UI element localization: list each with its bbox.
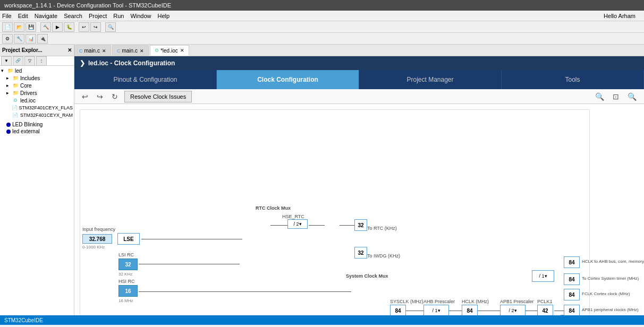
input-freq-input1[interactable]: 32.768 — [82, 234, 112, 244]
tb2-btn3[interactable]: 📊 — [26, 34, 36, 44]
to-rtc-label: To RTC (KHz) — [367, 226, 397, 231]
tab-close-1[interactable]: ✕ — [102, 48, 106, 54]
tab-led-ioc[interactable]: ⚙ *led.ioc ✕ — [150, 45, 189, 56]
debug-btn[interactable]: 🐛 — [64, 22, 74, 32]
menu-navigate[interactable]: Navigate — [35, 13, 57, 19]
to-iwdg-label: To IWDG (KHz) — [367, 253, 400, 259]
editor-area: C main.c ✕ C main.c ✕ ⚙ *led.ioc ✕ ❯ led… — [74, 45, 644, 315]
line-hclk-apb1 — [478, 311, 500, 311]
zoom-in-icon[interactable]: 🔍 — [595, 92, 604, 101]
tab-icon-c1: C — [79, 48, 83, 54]
tab-main-c-2[interactable]: C main.c ✕ — [112, 45, 149, 56]
div1-top-select[interactable]: / 1 ▾ — [532, 270, 554, 282]
nav-tab-tools[interactable]: Tools — [502, 70, 644, 89]
search-toolbar-btn[interactable]: 🔍 — [105, 22, 116, 32]
line-sysclk-ahb — [406, 311, 423, 311]
tab-close-3[interactable]: ✕ — [180, 48, 184, 53]
toolbar2: ⚙ 🔧 📊 🔌 — [0, 33, 644, 45]
tree-item-ram[interactable]: 📄 STM32F401CEYX_RAM — [1, 111, 73, 119]
refresh-icon[interactable]: ↻ — [112, 92, 118, 101]
tree-item-flash[interactable]: 📄 STM32F401CEYX_FLAS — [1, 104, 73, 111]
tree-label-led-external: led external — [12, 128, 40, 134]
redo-toolbar-btn[interactable]: ↪ — [90, 22, 101, 32]
tree-item-led-external[interactable]: led external — [1, 128, 73, 135]
hclk-val-box: 84 — [462, 305, 478, 315]
pe-menu-btn[interactable]: ⋮ — [36, 56, 47, 66]
line-mux-rtc — [340, 225, 354, 226]
line-pclk1-out — [554, 311, 564, 311]
out3-label: FCLK Cortex clock (MHz) — [582, 291, 644, 296]
tree-label-flash: STM32F401CEYX_FLAS — [19, 105, 73, 110]
tree-item-core[interactable]: ▸ 📁 Core — [1, 82, 73, 89]
tree-item-drivers[interactable]: ▸ 📁 Drivers — [1, 89, 73, 97]
iwdg-val-box: 32 — [354, 247, 367, 259]
tree-label-ram: STM32F401CEYX_RAM — [20, 113, 73, 118]
undo-toolbar-btn[interactable]: ↩ — [79, 22, 89, 32]
resolve-clock-btn[interactable]: Resolve Clock Issues — [124, 91, 192, 102]
tree-item-led-ioc[interactable]: ⚙ led.ioc — [1, 97, 73, 104]
save-btn[interactable]: 💾 — [26, 22, 36, 32]
line-hse-div2 — [270, 225, 287, 226]
pe-close-btn[interactable]: ✕ — [67, 47, 72, 53]
line-div2-mux — [309, 225, 325, 226]
tree-item-led-project[interactable]: ▾ 📁 led — [1, 67, 73, 74]
tb2-btn2[interactable]: 🔧 — [14, 34, 24, 44]
menu-edit[interactable]: Edit — [18, 13, 28, 19]
out4-label: APB1 peripheral clocks (MHz) — [582, 307, 644, 312]
out2-box: 84 — [564, 273, 580, 285]
tree-label-led: led — [15, 68, 22, 74]
div2-select[interactable]: / 2 ▾ — [287, 219, 308, 229]
clock-area[interactable]: Input frequency 32.768 0-1000 KHz LSE LS… — [74, 104, 644, 315]
status-text: STM32CubeIDE — [4, 317, 43, 323]
sys-mux-label: System Clock Mux — [346, 273, 388, 279]
lsi-khz: 32 KHz — [118, 272, 132, 277]
menu-file[interactable]: File — [2, 13, 12, 19]
line-hsi-sys — [139, 291, 351, 292]
tree-label-includes: Includes — [20, 75, 40, 81]
tb2-btn1[interactable]: ⚙ — [2, 34, 13, 44]
build-btn[interactable]: 🔨 — [40, 22, 51, 32]
user-greeting: Hello Arham — [604, 13, 635, 19]
new-btn[interactable]: 📄 — [2, 22, 13, 32]
tb2-btn4[interactable]: 🔌 — [37, 34, 48, 44]
undo-icon[interactable]: ↩ — [82, 92, 88, 101]
menu-run[interactable]: Run — [113, 13, 124, 19]
menu-window[interactable]: Window — [130, 13, 151, 19]
pe-collapse-btn[interactable]: ▼ — [1, 56, 12, 66]
tree-item-includes[interactable]: ▸ 📁 Includes — [1, 74, 73, 82]
apb1-div-select[interactable]: / 2 ▾ — [500, 305, 526, 315]
pe-filter-btn[interactable]: ▽ — [24, 56, 35, 66]
open-btn[interactable]: 📂 — [14, 22, 24, 32]
project-explorer: Project Explor... ✕ ▼ 🔗 ▽ ⋮ ▾ 📁 led ▸ 📁 … — [0, 45, 74, 315]
hsi-rc-label: HSI RC — [118, 279, 135, 284]
tab-close-2[interactable]: ✕ — [140, 48, 144, 54]
nav-tab-pinout[interactable]: Pinout & Configuration — [74, 70, 217, 89]
lsi-rc-label: LSI RC — [118, 252, 134, 257]
pclk1-label: PCLK1 — [537, 299, 553, 304]
out2-label: To Cortex System timer (MHz) — [582, 276, 644, 281]
hsi-mhz: 16 MHz — [118, 298, 133, 303]
run-btn[interactable]: ▶ — [52, 22, 63, 32]
title-bar: workspace_1.14.1 - Device Configuration … — [0, 0, 644, 11]
toolbar: 📄 📂 💾 🔨 ▶ 🐛 ↩ ↪ 🔍 — [0, 21, 644, 33]
line-ahb-hclk — [449, 311, 462, 311]
tree-label-led-ioc: led.ioc — [20, 98, 36, 104]
redo-icon[interactable]: ↪ — [97, 92, 103, 101]
fit-icon[interactable]: ⊡ — [613, 92, 619, 101]
tab-bar: C main.c ✕ C main.c ✕ ⚙ *led.ioc ✕ — [74, 45, 644, 56]
zoom-out-icon[interactable]: 🔍 — [628, 92, 637, 101]
tree-item-led-blinking[interactable]: LED Blinking — [1, 121, 73, 128]
ahb-div-select[interactable]: / 1 ▾ — [423, 305, 449, 315]
ahb-prescaler-label: AHB Prescaler — [423, 299, 455, 304]
pe-link-btn[interactable]: 🔗 — [13, 56, 23, 66]
tab-main-c-1[interactable]: C main.c ✕ — [74, 45, 111, 56]
menu-help[interactable]: Help — [158, 13, 170, 19]
out4-box: 84 — [564, 305, 580, 315]
menu-project[interactable]: Project — [89, 13, 107, 19]
nav-tab-project[interactable]: Project Manager — [359, 70, 502, 89]
nav-tab-clock[interactable]: Clock Configuration — [217, 70, 359, 89]
menu-search[interactable]: Search — [64, 13, 82, 19]
pe-title: Project Explor... — [2, 47, 43, 53]
tab-label-led-ioc: *led.ioc — [160, 48, 178, 54]
line-lse-mux — [141, 239, 242, 239]
